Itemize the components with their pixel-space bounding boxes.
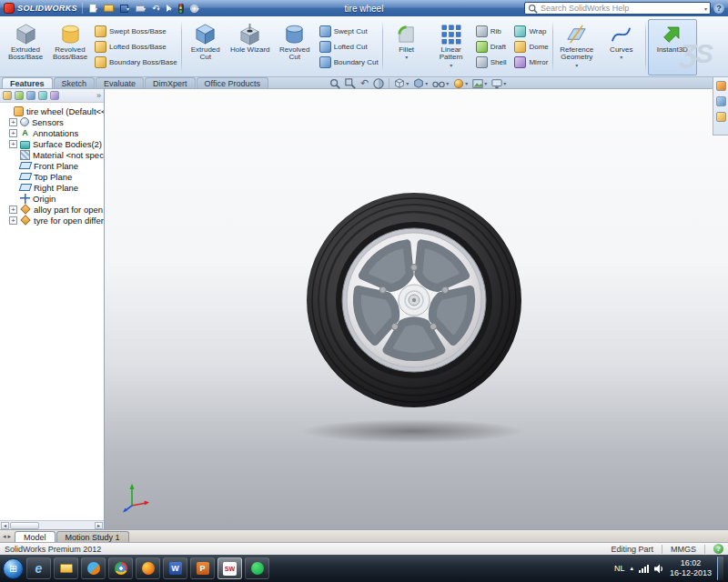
panel-flyout-chevrons[interactable]: » xyxy=(96,92,101,100)
taskbar-powerpoint-button[interactable]: P xyxy=(190,557,215,579)
section-view-button[interactable] xyxy=(373,78,384,89)
scroll-right-icon[interactable]: ▸ xyxy=(95,522,103,529)
previous-view-button[interactable]: ↶ xyxy=(360,78,369,88)
tree-item-origin[interactable]: Origin xyxy=(3,193,104,204)
tab-scroll-right-icon[interactable]: ▸ xyxy=(8,533,12,540)
linear-pattern-button[interactable]: Linear Pattern ▾ xyxy=(430,19,473,75)
fillet-button[interactable]: Fillet ▾ xyxy=(385,19,429,75)
propertymanager-tab-icon[interactable] xyxy=(15,91,24,100)
curves-button[interactable]: Curves ▾ xyxy=(600,19,643,75)
network-icon[interactable] xyxy=(639,564,649,573)
tree-item-front-plane[interactable]: Front Plane xyxy=(3,160,104,171)
units-selector[interactable]: MMGS xyxy=(671,545,696,554)
search-caret-icon[interactable]: ▾ xyxy=(704,5,707,12)
extruded-cut-button[interactable]: Extruded Cut xyxy=(184,19,228,75)
tab-model[interactable]: Model xyxy=(15,531,56,542)
taskbar-ie-button[interactable]: e xyxy=(26,557,51,579)
expand-icon[interactable]: + xyxy=(9,216,17,225)
edit-appearance-button[interactable]: ▾ xyxy=(453,78,468,89)
extruded-boss-base-button[interactable]: Extruded Boss/Base xyxy=(4,19,47,75)
undo-button[interactable]: ↶▾ xyxy=(150,2,162,15)
select-button[interactable]: ▾ xyxy=(165,2,174,15)
tree-item-root[interactable]: tire wheel (Default<<Default>_... xyxy=(3,105,104,116)
taskbar-firefox-button[interactable] xyxy=(136,557,160,579)
language-indicator[interactable]: NL xyxy=(614,564,625,573)
expand-icon[interactable]: + xyxy=(9,118,17,126)
panel-horizontal-scrollbar[interactable]: ◂ ▸ xyxy=(0,520,104,529)
lofted-cut-button[interactable]: Lofted Cut xyxy=(318,39,380,55)
show-desktop-button[interactable] xyxy=(717,557,723,580)
tab-evaluate[interactable]: Evaluate xyxy=(96,77,144,88)
rebuild-button[interactable] xyxy=(177,2,186,15)
tab-scroll-buttons[interactable]: ◂▸ xyxy=(3,533,11,540)
featuremanager-tab-icon[interactable] xyxy=(3,91,12,100)
tree-item-material[interactable]: Material <not specified> xyxy=(3,149,104,160)
speaker-icon[interactable] xyxy=(654,564,664,574)
apply-scene-button[interactable]: ▾ xyxy=(472,78,487,89)
swept-boss-base-button[interactable]: Swept Boss/Base xyxy=(93,24,179,39)
taskbar-chrome-button[interactable] xyxy=(108,557,133,579)
dimxpertmanager-tab-icon[interactable] xyxy=(38,91,47,100)
search-input[interactable] xyxy=(541,4,702,13)
tree-item-right-plane[interactable]: Right Plane xyxy=(3,182,104,193)
shell-button[interactable]: Shell xyxy=(474,55,509,70)
view-settings-button[interactable]: ▾ xyxy=(491,78,506,89)
tree-item-surface-bodies[interactable]: + Surface Bodies(2) xyxy=(3,138,104,149)
rib-button[interactable]: Rib xyxy=(474,24,509,39)
tire-wheel-model[interactable] xyxy=(291,184,537,457)
open-button[interactable] xyxy=(102,2,116,15)
tab-features[interactable]: Features xyxy=(2,77,53,88)
help-icon[interactable]: ? xyxy=(713,3,724,14)
draft-button[interactable]: Draft xyxy=(474,39,509,55)
taskbar-media-player-button[interactable] xyxy=(81,557,106,579)
solidworks-logo-icon[interactable] xyxy=(4,3,15,14)
tab-scroll-left-icon[interactable]: ◂ xyxy=(3,533,6,540)
tree-item-sensors[interactable]: + Sensors xyxy=(3,116,104,127)
zoom-to-fit-button[interactable] xyxy=(329,78,340,89)
taskbar-solidworks-button[interactable]: SW xyxy=(217,557,242,579)
tree-item-top-plane[interactable]: Top Plane xyxy=(3,171,104,182)
scrollbar-thumb[interactable] xyxy=(10,522,39,529)
expand-icon[interactable]: + xyxy=(9,206,17,214)
new-document-button[interactable]: ▾ xyxy=(87,2,99,15)
mirror-button[interactable]: Mirror xyxy=(512,55,550,70)
view-orientation-button[interactable]: ▾ xyxy=(394,78,409,89)
tree-item-alloy-part[interactable]: + alloy part for open differenti... xyxy=(3,204,104,215)
expand-icon[interactable]: + xyxy=(9,140,17,148)
tree-item-annotations[interactable]: + A Annotations xyxy=(3,127,104,138)
boundary-boss-base-button[interactable]: Boundary Boss/Base xyxy=(93,55,179,70)
tab-sketch[interactable]: Sketch xyxy=(54,77,96,88)
scroll-left-icon[interactable]: ◂ xyxy=(1,522,9,529)
save-button[interactable]: ▾ xyxy=(118,2,131,15)
revolved-cut-button[interactable]: Revolved Cut xyxy=(273,19,317,75)
solidworks-resources-icon[interactable] xyxy=(716,81,726,91)
reference-geometry-button[interactable]: Reference Geometry ▾ xyxy=(555,19,599,75)
wrap-button[interactable]: Wrap xyxy=(512,24,550,39)
tree-item-tyre-part[interactable]: + tyre for open differential-1-s... xyxy=(3,215,104,226)
hole-wizard-button[interactable]: Hole Wizard xyxy=(228,19,272,75)
print-button[interactable]: ▾ xyxy=(134,2,147,15)
configurationmanager-tab-icon[interactable] xyxy=(26,91,35,100)
boundary-cut-button[interactable]: Boundary Cut xyxy=(318,55,380,70)
show-hidden-icons-button[interactable]: ▴ xyxy=(630,565,633,572)
display-style-button[interactable]: ▾ xyxy=(413,78,428,89)
graphics-viewport[interactable] xyxy=(105,89,728,529)
taskbar-clock[interactable]: 16:02 16-12-2013 xyxy=(670,558,712,578)
tab-office-products[interactable]: Office Products xyxy=(197,77,268,88)
start-button[interactable]: ⊞ xyxy=(3,558,24,579)
dome-button[interactable]: Dome xyxy=(512,39,550,55)
displaymanager-tab-icon[interactable] xyxy=(50,91,59,100)
revolved-boss-base-button[interactable]: Revolved Boss/Base xyxy=(48,19,92,75)
taskbar-word-button[interactable]: W xyxy=(163,557,187,579)
tab-dimxpert[interactable]: DimXpert xyxy=(145,77,196,88)
hide-show-items-button[interactable]: ▾ xyxy=(432,79,449,88)
tab-motion-study[interactable]: Motion Study 1 xyxy=(56,531,129,542)
swept-cut-button[interactable]: Swept Cut xyxy=(318,24,380,39)
lofted-boss-base-button[interactable]: Lofted Boss/Base xyxy=(93,39,179,55)
design-library-icon[interactable] xyxy=(716,96,726,106)
taskbar-spotify-button[interactable] xyxy=(245,557,269,579)
expand-icon[interactable]: + xyxy=(9,129,17,137)
quick-tips-help-icon[interactable]: ? xyxy=(713,544,723,554)
taskbar-explorer-button[interactable] xyxy=(54,557,78,579)
options-button[interactable]: ▾ xyxy=(188,2,201,15)
